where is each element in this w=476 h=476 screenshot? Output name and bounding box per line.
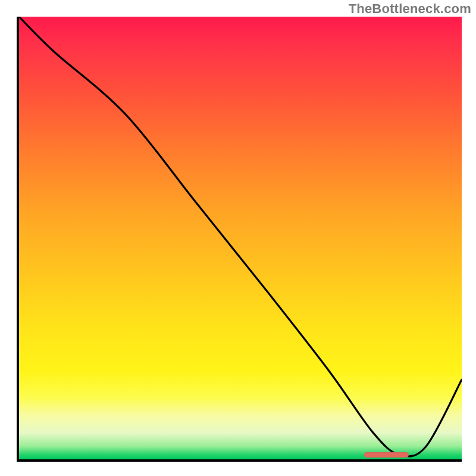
curve-svg: [19, 17, 462, 459]
min-marker: [364, 452, 408, 458]
plot-area: [17, 17, 462, 462]
watermark-text: TheBottleneck.com: [349, 1, 471, 17]
line-path: [19, 17, 462, 456]
chart-container: TheBottleneck.com: [0, 0, 476, 476]
